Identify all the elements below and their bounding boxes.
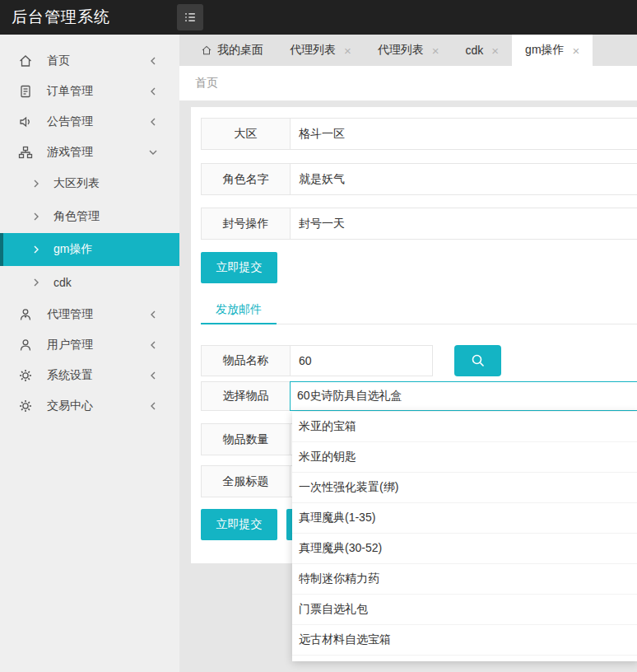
- sidebar-subitem-cdk[interactable]: cdk: [0, 266, 179, 299]
- dropdown-option[interactable]: 真理魔典(1-35): [292, 503, 637, 534]
- sidebar-item-trade-center[interactable]: 交易中心: [0, 390, 179, 421]
- user-icon: [18, 338, 33, 352]
- chevron-down-icon: [148, 147, 158, 157]
- role-name-input[interactable]: 就是妖气: [291, 164, 637, 194]
- chevron-right-icon: [31, 212, 41, 222]
- tab-bar: 我的桌面 代理列表 × 代理列表 × cdk × gm操作 ×: [179, 35, 637, 66]
- dropdown-option[interactable]: 门票自选礼包: [292, 595, 637, 625]
- order-icon: [18, 84, 33, 99]
- sidebar-item-label: 公告管理: [47, 114, 93, 129]
- item-name-input-wrap: [291, 346, 432, 376]
- tab-label: 代理列表: [378, 43, 424, 58]
- sidebar-item-orders[interactable]: 订单管理: [0, 76, 179, 106]
- tab-label: 我的桌面: [217, 43, 263, 58]
- item-dropdown: 米亚的宝箱 米亚的钥匙 一次性强化装置(绑) 真理魔典(1-35) 真理魔典(3…: [292, 412, 637, 661]
- breadcrumb: 首页: [179, 66, 637, 100]
- form-row-region: 大区 格斗一区: [201, 118, 637, 150]
- dropdown-option[interactable]: 米亚的钥匙: [292, 442, 637, 473]
- sidebar-subitem-label: cdk: [53, 276, 72, 289]
- mail-submit-button[interactable]: 立即提交: [201, 509, 277, 540]
- agent-icon: [18, 307, 33, 322]
- home-icon: [201, 44, 212, 56]
- list-menu-icon: [182, 9, 198, 26]
- tab-label: 代理列表: [290, 43, 336, 58]
- region-select[interactable]: 格斗一区: [291, 119, 637, 149]
- field-label: 角色名字: [202, 164, 291, 194]
- chevron-left-icon: [148, 86, 158, 96]
- sidebar-item-home[interactable]: 首页: [0, 45, 179, 76]
- chevron-right-icon: [31, 278, 41, 287]
- sidebar-item-system-settings[interactable]: 系统设置: [0, 360, 179, 390]
- sidebar-item-label: 代理管理: [47, 307, 93, 322]
- chevron-left-icon: [148, 117, 158, 127]
- sidebar: 首页 订单管理 公告管理 游戏管理 大区列表: [0, 35, 179, 672]
- dropdown-option[interactable]: 米亚的宝箱: [292, 412, 637, 442]
- sidebar-item-games[interactable]: 游戏管理: [0, 137, 179, 167]
- field-label: 物品数量: [202, 424, 291, 455]
- select-item-input-wrap: [290, 381, 637, 411]
- sidebar-toggle-button[interactable]: [177, 4, 203, 30]
- dropdown-option[interactable]: 一次性强化装置(绑): [292, 473, 637, 503]
- chevron-left-icon: [148, 56, 158, 66]
- sidebar-item-announcements[interactable]: 公告管理: [0, 106, 179, 137]
- chevron-left-icon: [148, 371, 158, 380]
- sidebar-item-label: 用户管理: [47, 338, 93, 352]
- announcement-icon: [18, 114, 33, 129]
- chevron-right-icon: [31, 245, 41, 254]
- chevron-left-icon: [148, 401, 158, 411]
- dropdown-option[interactable]: 真理魔典(30-52): [292, 534, 637, 564]
- close-icon[interactable]: ×: [573, 44, 580, 57]
- dropdown-option[interactable]: 帝王印章随机宝箱: [292, 656, 637, 661]
- close-icon[interactable]: ×: [432, 44, 439, 57]
- ban-action-select[interactable]: 封号一天: [291, 208, 637, 239]
- chevron-right-icon: [31, 179, 41, 189]
- field-label: 全服标题: [202, 466, 291, 497]
- app-title: 后台管理系统: [0, 7, 177, 28]
- field-label: 选择物品: [201, 381, 291, 411]
- sidebar-item-label: 系统设置: [47, 368, 93, 383]
- sidebar-item-agents[interactable]: 代理管理: [0, 299, 179, 329]
- field-label: 大区: [202, 119, 291, 149]
- sidebar-subitem-label: gm操作: [53, 242, 92, 257]
- chevron-left-icon: [148, 340, 158, 350]
- dropdown-option[interactable]: 远古材料自选宝箱: [292, 625, 637, 656]
- sidebar-item-label: 交易中心: [47, 399, 93, 413]
- close-icon[interactable]: ×: [491, 44, 499, 57]
- tab-my-desktop[interactable]: 我的桌面: [188, 35, 277, 66]
- home-icon: [18, 54, 33, 68]
- sidebar-item-label: 订单管理: [47, 84, 93, 99]
- sidebar-subitem-region-list[interactable]: 大区列表: [0, 167, 179, 200]
- mail-tabs: 发放邮件: [201, 296, 637, 324]
- tab-label: cdk: [466, 44, 484, 57]
- sidebar-subitem-role-manage[interactable]: 角色管理: [0, 200, 179, 233]
- tab-label: gm操作: [525, 43, 564, 58]
- select-item-input[interactable]: [297, 390, 637, 403]
- trade-icon: [18, 399, 33, 413]
- dropdown-option[interactable]: 特制迷你精力药: [292, 564, 637, 595]
- search-button[interactable]: [454, 345, 501, 376]
- close-icon[interactable]: ×: [344, 44, 351, 57]
- top-header: 后台管理系统: [0, 0, 637, 35]
- submit-button[interactable]: 立即提交: [201, 252, 277, 283]
- tab-gm-operation[interactable]: gm操作 ×: [512, 35, 593, 66]
- form-row-item-name: 物品名称: [201, 345, 433, 376]
- sidebar-subitem-label: 大区列表: [53, 176, 100, 191]
- tab-cdk[interactable]: cdk ×: [453, 35, 513, 66]
- search-icon: [469, 352, 487, 370]
- breadcrumb-home[interactable]: 首页: [195, 76, 218, 91]
- form-row-ban-action: 封号操作 封号一天: [201, 208, 637, 240]
- item-name-input[interactable]: [291, 354, 432, 367]
- tab-send-mail[interactable]: 发放邮件: [201, 296, 277, 324]
- game-icon: [18, 145, 33, 160]
- tab-agent-list-2[interactable]: 代理列表 ×: [365, 35, 453, 66]
- sidebar-subitem-gm-operation[interactable]: gm操作: [0, 233, 179, 266]
- field-label: 封号操作: [202, 208, 291, 239]
- tab-agent-list-1[interactable]: 代理列表 ×: [277, 35, 365, 66]
- form-row-role-name: 角色名字 就是妖气: [201, 163, 637, 195]
- sidebar-item-users[interactable]: 用户管理: [0, 329, 179, 360]
- chevron-left-icon: [148, 310, 158, 320]
- admin-screen: 后台管理系统 首页 订单管理: [0, 0, 637, 672]
- settings-icon: [18, 368, 33, 383]
- sidebar-subitem-label: 角色管理: [53, 209, 100, 224]
- sidebar-item-label: 游戏管理: [47, 145, 93, 160]
